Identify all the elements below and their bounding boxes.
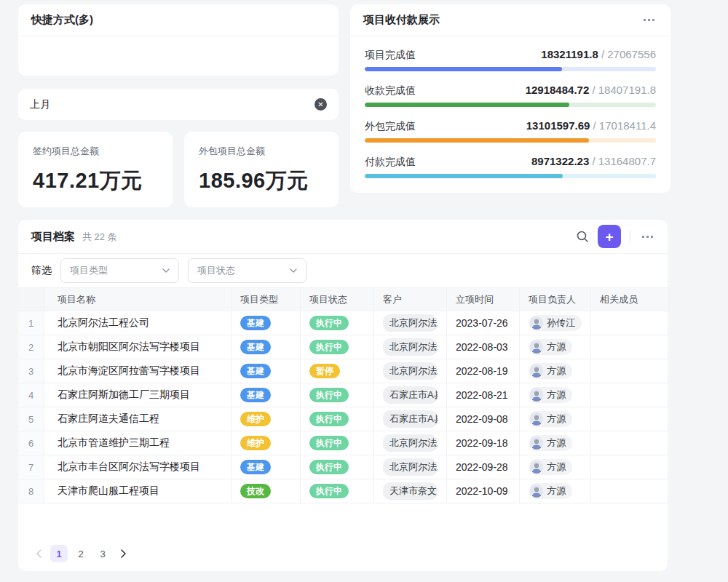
stat-card-signed-amount: 签约项目总金额 417.21万元: [18, 132, 173, 207]
start-date-cell: 2022-09-08: [447, 407, 520, 431]
next-page-icon[interactable]: [116, 545, 130, 562]
avatar: [530, 461, 543, 474]
col-customer[interactable]: 客户: [374, 288, 447, 311]
stat-value: 185.96万元: [199, 167, 324, 196]
members-cell: [591, 431, 668, 455]
project-name-cell[interactable]: 石家庄阿道夫通信工程: [44, 407, 232, 431]
table-row[interactable]: 3 北京市海淀区阿拉蕾写字楼项目 基建 暂停 北京阿尔法工 2022-08-19…: [18, 359, 668, 383]
row-number: 7: [18, 455, 44, 479]
owner-name: 方源: [547, 364, 566, 378]
project-name-cell[interactable]: 北京市海淀区阿拉蕾写字楼项目: [44, 359, 232, 383]
customer-pill: 北京阿尔法工: [383, 338, 438, 356]
project-type-badge: 基建: [240, 340, 271, 354]
progress-fill: [365, 103, 569, 107]
members-cell: [591, 335, 668, 359]
project-type-badge: 维护: [240, 436, 271, 450]
search-icon[interactable]: [576, 230, 589, 243]
avatar: [530, 485, 543, 498]
record-count: 共 22 条: [82, 231, 117, 244]
project-type-dropdown[interactable]: 项目类型: [60, 258, 179, 283]
col-members[interactable]: 相关成员: [591, 288, 668, 311]
add-record-button[interactable]: +: [598, 225, 621, 248]
table-row[interactable]: 6 北京市管道维护三期工程 维护 执行中 北京阿尔法工 2022-09-18 方…: [18, 431, 668, 455]
project-name-cell[interactable]: 北京市管道维护三期工程: [44, 431, 232, 455]
table-row[interactable]: 2 北京市朝阳区阿尔法写字楼项目 基建 执行中 北京阿尔法工 2022-08-0…: [18, 335, 668, 359]
project-name-cell[interactable]: 北京阿尔法工程公司: [44, 311, 232, 335]
table-body: 1 北京阿尔法工程公司 基建 执行中 北京阿尔法工 2023-07-26 孙传江…: [18, 311, 668, 503]
progress-target: / 13164807.7: [589, 155, 656, 167]
customer-pill: 石家庄市A县: [383, 410, 438, 428]
project-type-badge: 基建: [240, 388, 271, 402]
table-more-icon[interactable]: [639, 233, 656, 241]
owner-name: 方源: [547, 436, 566, 450]
page-button-1[interactable]: 1: [50, 545, 68, 562]
page-button-3[interactable]: 3: [94, 545, 111, 562]
start-date-cell: 2022-09-18: [447, 431, 520, 455]
dashboard: 快捷方式(多) 上月 ✕ 签约项目总金额 417.21万元 外包项目总金额 18…: [0, 0, 728, 582]
members-cell: [591, 311, 668, 335]
progress-track: [365, 103, 656, 107]
progress-values: 18321191.8 / 27067556: [541, 48, 656, 60]
project-name-cell[interactable]: 北京市朝阳区阿尔法写字楼项目: [44, 335, 232, 359]
row-number: 4: [18, 383, 44, 407]
table-row[interactable]: 5 石家庄阿道夫通信工程 维护 执行中 石家庄市A县 2022-09-08 方源: [18, 407, 668, 431]
avatar: [530, 364, 543, 378]
progress-target: / 27067556: [598, 48, 656, 60]
col-start-date[interactable]: 立项时间: [447, 288, 520, 311]
project-name-cell[interactable]: 石家庄阿斯加德工厂三期项目: [44, 383, 232, 407]
members-cell: [591, 359, 668, 383]
start-date-cell: 2022-08-03: [447, 335, 520, 359]
owner-pill: 方源: [529, 435, 572, 451]
col-owner[interactable]: 项目负责人: [520, 288, 591, 311]
col-project-type[interactable]: 项目类型: [232, 288, 301, 311]
table-row[interactable]: 8 天津市爬山服工程项目 技改 执行中 天津市奈文摩 2022-10-09 方源: [18, 479, 668, 503]
owner-pill: 方源: [529, 387, 572, 403]
members-cell: [591, 383, 668, 407]
row-number: 2: [18, 335, 44, 359]
owner-name: 方源: [547, 412, 566, 426]
col-project-name[interactable]: 项目名称: [44, 288, 232, 311]
start-date-cell: 2023-07-26: [447, 311, 520, 335]
progress-value: 8971322.23: [531, 155, 589, 167]
customer-pill: 北京阿尔法工: [383, 314, 438, 332]
payments-card-header: 项目收付款展示: [350, 4, 670, 36]
progress-group: 收款完成值 12918484.72 / 18407191.8: [365, 84, 656, 107]
owner-name: 方源: [547, 388, 566, 402]
members-cell: [591, 407, 668, 431]
customer-pill: 北京阿尔法工: [383, 434, 438, 452]
row-number: 8: [18, 479, 44, 503]
col-project-status[interactable]: 项目状态: [301, 288, 374, 311]
customer-pill: 石家庄市A县: [383, 386, 438, 404]
page-button-2[interactable]: 2: [72, 545, 90, 562]
project-status-badge: 执行中: [309, 388, 349, 402]
more-icon[interactable]: [641, 16, 657, 24]
start-date-cell: 2022-08-21: [447, 383, 520, 407]
owner-pill: 方源: [529, 411, 572, 427]
filter-row: 筛选 项目类型 项目状态: [18, 253, 668, 287]
project-status-dropdown[interactable]: 项目状态: [188, 258, 306, 283]
projects-table-card: 项目档案 共 22 条 + 筛选 项目类型: [18, 220, 668, 571]
prev-page-icon[interactable]: [31, 545, 46, 562]
projects-table: 项目名称 项目类型 项目状态 客户 立项时间 项目负责人 相关成员 1 北京阿尔…: [18, 287, 668, 503]
avatar: [530, 316, 543, 330]
owner-pill: 方源: [529, 339, 572, 355]
clear-filter-icon[interactable]: ✕: [314, 98, 327, 111]
table-row[interactable]: 1 北京阿尔法工程公司 基建 执行中 北京阿尔法工 2023-07-26 孙传江: [18, 311, 668, 335]
date-filter-chip[interactable]: 上月 ✕: [18, 89, 339, 120]
progress-fill: [365, 67, 562, 71]
progress-value: 12918484.72: [526, 84, 590, 96]
shortcuts-card-header: 快捷方式(多): [18, 4, 339, 36]
progress-group: 项目完成值 18321191.8 / 27067556: [365, 48, 656, 71]
owner-pill: 方源: [529, 483, 572, 499]
project-type-badge: 维护: [240, 412, 271, 426]
progress-group: 付款完成值 8971322.23 / 13164807.7: [365, 155, 656, 178]
project-status-badge: 执行中: [309, 460, 349, 474]
project-name-cell[interactable]: 天津市爬山服工程项目: [44, 479, 232, 503]
chevron-down-icon: [162, 268, 170, 273]
table-row[interactable]: 7 北京市丰台区阿尔法写字楼项目 基建 执行中 北京阿尔法工 2022-09-2…: [18, 455, 668, 479]
project-name-cell[interactable]: 北京市丰台区阿尔法写字楼项目: [44, 455, 232, 479]
project-type-badge: 基建: [240, 364, 271, 378]
avatar: [530, 388, 543, 402]
stat-value: 417.21万元: [33, 167, 158, 196]
table-row[interactable]: 4 石家庄阿斯加德工厂三期项目 基建 执行中 石家庄市A县 2022-08-21…: [18, 383, 668, 407]
